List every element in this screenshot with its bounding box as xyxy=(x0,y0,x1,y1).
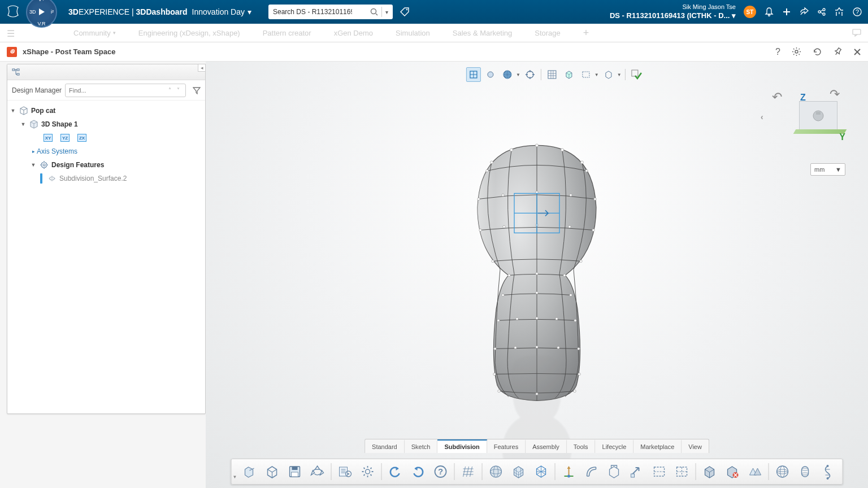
globe-icon[interactable] xyxy=(500,67,515,82)
tab-tools[interactable]: Tools xyxy=(567,439,596,453)
share-nodes-icon[interactable] xyxy=(817,7,826,16)
plus-icon[interactable] xyxy=(782,7,791,16)
grid-icon[interactable] xyxy=(545,67,559,82)
add-tab-icon[interactable]: + xyxy=(583,27,589,39)
viewport-3d[interactable]: ▼ ▼ ▼ ↶ ↷ Z ‹ Y mm▼ xyxy=(206,62,868,488)
help-icon[interactable]: ? xyxy=(852,7,862,17)
nav-tab-engineering[interactable]: Engineering (xDesign, xShape) xyxy=(138,29,240,37)
brand-logo-icon[interactable] xyxy=(6,4,21,20)
gear-icon[interactable] xyxy=(357,461,377,482)
dropdown-icon[interactable]: ▼ xyxy=(516,72,520,77)
tree-mode-icon[interactable] xyxy=(12,68,21,76)
extrude-icon[interactable] xyxy=(604,461,624,482)
rotate-right-icon[interactable]: ↷ xyxy=(830,87,840,102)
chat-icon[interactable] xyxy=(852,28,861,37)
config-icon[interactable] xyxy=(335,461,355,482)
mesh-icon[interactable] xyxy=(531,461,551,482)
plane-zx-icon[interactable]: ZX xyxy=(77,134,86,142)
help-icon[interactable]: ? xyxy=(430,461,450,482)
tree-shape[interactable]: ▼ 3D Shape 1 xyxy=(10,117,203,131)
nav-tab-sales[interactable]: Sales & Marketing xyxy=(453,29,513,37)
tab-assembly[interactable]: Assembly xyxy=(526,439,567,453)
nav-tab-storage[interactable]: Storage xyxy=(535,29,561,37)
pin-icon[interactable] xyxy=(834,47,842,56)
sphere-small-icon[interactable] xyxy=(483,67,498,82)
box-icon[interactable] xyxy=(601,67,616,82)
cage-mode-icon[interactable] xyxy=(466,67,481,82)
tree-axis-systems[interactable]: ▸ Axis Systems xyxy=(10,145,203,158)
nav-tab-community[interactable]: Community ▾ xyxy=(73,29,116,37)
share-arrow-icon[interactable] xyxy=(799,7,809,17)
tab-standard[interactable]: Standard xyxy=(365,439,405,453)
redo-icon[interactable] xyxy=(407,461,428,482)
merge-icon[interactable] xyxy=(744,461,765,482)
rect-select-icon[interactable] xyxy=(579,67,593,82)
panel-collapse-button[interactable]: ◂ xyxy=(198,64,206,72)
tab-subdivision[interactable]: Subdivision xyxy=(437,439,487,453)
find-input[interactable] xyxy=(69,87,164,94)
tab-features[interactable]: Features xyxy=(487,439,526,453)
user-avatar[interactable]: ST xyxy=(744,6,756,18)
handle-icon[interactable] xyxy=(558,461,579,482)
plane-yz-icon[interactable]: YZ xyxy=(60,134,70,142)
menu-icon[interactable]: ☰ xyxy=(7,28,15,39)
search-input[interactable] xyxy=(273,8,352,16)
rotate-left-icon[interactable]: ↶ xyxy=(772,90,782,104)
find-box[interactable]: ˄˅ xyxy=(65,84,186,97)
tab-marketplace[interactable]: Marketplace xyxy=(633,439,682,453)
plane-xy-icon[interactable]: XY xyxy=(44,134,53,142)
gear-icon[interactable] xyxy=(792,47,801,56)
tab-lifecycle[interactable]: Lifecycle xyxy=(596,439,634,453)
search-icon[interactable] xyxy=(370,8,378,16)
nav-tab-pattern[interactable]: Pattern creator xyxy=(263,29,311,37)
compass-widget[interactable]: V+ 3D i² V.R xyxy=(26,0,57,28)
tab-sketch[interactable]: Sketch xyxy=(405,439,438,453)
view-cube[interactable] xyxy=(799,101,837,130)
save-icon[interactable] xyxy=(284,461,305,482)
nav-tab-xgen[interactable]: xGen Demo xyxy=(334,29,373,37)
close-icon[interactable] xyxy=(853,48,861,56)
find-next-icon[interactable]: ˅ xyxy=(175,86,182,94)
solid-icon[interactable] xyxy=(699,461,719,482)
tab-view[interactable]: View xyxy=(682,439,709,453)
dashed-box-icon[interactable] xyxy=(649,461,669,482)
nav-tab-simulation[interactable]: Simulation xyxy=(396,29,430,37)
axis-prev-icon[interactable]: ‹ xyxy=(761,112,763,121)
dashed-grid-icon[interactable] xyxy=(671,461,692,482)
user-info[interactable]: Sik Ming Jason Tse DS - R1132101169413 (… xyxy=(610,3,736,20)
recycle-icon[interactable] xyxy=(307,461,327,482)
dropdown-icon[interactable]: ▼ xyxy=(617,72,622,77)
globe-grid-icon[interactable] xyxy=(772,461,792,482)
undo-icon[interactable] xyxy=(385,461,405,482)
dropdown-icon[interactable]: ▼ xyxy=(233,474,237,480)
target-icon[interactable] xyxy=(523,67,537,82)
package-icon[interactable] xyxy=(262,461,282,482)
grid-icon[interactable] xyxy=(458,461,478,482)
box-primitive-icon[interactable] xyxy=(508,461,528,482)
refresh-icon[interactable] xyxy=(813,47,822,56)
capsule-icon[interactable] xyxy=(795,461,815,482)
tree-root[interactable]: ▼ Pop cat xyxy=(10,104,203,117)
tree-subdivision-surface[interactable]: Subdivision_Surface.2 xyxy=(10,172,203,185)
dropdown-icon[interactable]: ▼ xyxy=(594,72,599,77)
cube-select-icon[interactable] xyxy=(562,67,576,82)
view-axis-gizmo[interactable]: ↶ ↷ Z ‹ Y xyxy=(755,84,845,152)
filter-icon[interactable] xyxy=(193,86,201,94)
tag-icon[interactable] xyxy=(400,7,410,17)
sphere-primitive-icon[interactable] xyxy=(485,461,506,482)
arrow-icon[interactable] xyxy=(626,461,646,482)
open-icon[interactable] xyxy=(239,461,259,482)
apply-check-icon[interactable] xyxy=(629,67,644,82)
dashboard-selector[interactable]: Innovation Day ▾ xyxy=(192,7,251,16)
bend-icon[interactable] xyxy=(581,461,601,482)
tree-design-features[interactable]: ▼ Design Features xyxy=(10,158,203,172)
help-icon[interactable]: ? xyxy=(775,47,780,57)
unit-selector[interactable]: mm▼ xyxy=(810,163,845,176)
search-box[interactable]: ▾ xyxy=(268,5,393,19)
tree-planes[interactable]: XY YZ ZX xyxy=(10,131,203,145)
chevron-down-icon[interactable]: ▾ xyxy=(385,9,388,15)
bell-icon[interactable] xyxy=(764,7,774,17)
find-prev-icon[interactable]: ˄ xyxy=(166,86,173,94)
home-icon[interactable] xyxy=(834,7,844,17)
spline-icon[interactable] xyxy=(817,461,837,482)
